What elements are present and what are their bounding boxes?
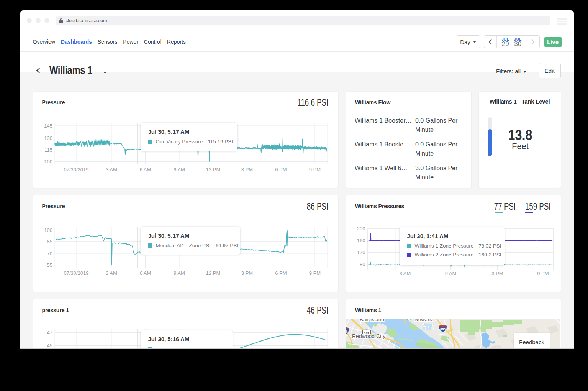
- svg-text:07/30/2019: 07/30/2019: [64, 167, 88, 172]
- svg-text:80: 80: [360, 261, 365, 267]
- svg-text:100: 100: [44, 227, 52, 233]
- svg-text:9 AM: 9 AM: [174, 167, 185, 172]
- svg-text:120: 120: [357, 250, 365, 255]
- svg-text:Newark: Newark: [414, 319, 432, 322]
- svg-text:9 AM: 9 AM: [174, 270, 185, 276]
- svg-text:130: 130: [44, 135, 52, 141]
- svg-text:Redwood City: Redwood City: [352, 333, 385, 339]
- svg-text:Bair Island: Bair Island: [360, 319, 384, 322]
- svg-text:12 PM: 12 PM: [206, 167, 220, 172]
- svg-text:55: 55: [47, 262, 52, 268]
- svg-text:115: 115: [44, 147, 52, 153]
- svg-text:3 PM: 3 PM: [491, 271, 503, 276]
- svg-text:9 PM: 9 PM: [309, 167, 320, 172]
- svg-text:9 AM: 9 AM: [445, 271, 457, 276]
- svg-text:9 PM: 9 PM: [537, 271, 549, 276]
- svg-text:70: 70: [47, 251, 52, 256]
- svg-text:3 PM: 3 PM: [241, 270, 252, 276]
- svg-text:100: 100: [44, 159, 52, 164]
- svg-text:85: 85: [47, 239, 52, 245]
- svg-text:145: 145: [44, 123, 52, 129]
- svg-text:3 AM: 3 AM: [106, 270, 117, 276]
- svg-text:47: 47: [47, 330, 52, 335]
- svg-text:3 PM: 3 PM: [241, 167, 252, 172]
- svg-text:200: 200: [357, 226, 365, 232]
- svg-text:6 PM: 6 PM: [275, 270, 287, 276]
- svg-text:6 AM: 6 AM: [139, 270, 151, 276]
- svg-text:160: 160: [357, 238, 365, 243]
- svg-text:12 PM: 12 PM: [206, 270, 220, 276]
- svg-text:9 PM: 9 PM: [309, 270, 320, 276]
- svg-text:6 AM: 6 AM: [139, 167, 151, 172]
- svg-text:6 PM: 6 PM: [275, 167, 287, 172]
- svg-text:3 AM: 3 AM: [106, 167, 117, 172]
- svg-text:3 AM: 3 AM: [400, 271, 411, 276]
- svg-text:880: 880: [440, 327, 446, 331]
- svg-text:80: 80: [346, 330, 347, 334]
- svg-text:07/30/2019: 07/30/2019: [64, 270, 88, 276]
